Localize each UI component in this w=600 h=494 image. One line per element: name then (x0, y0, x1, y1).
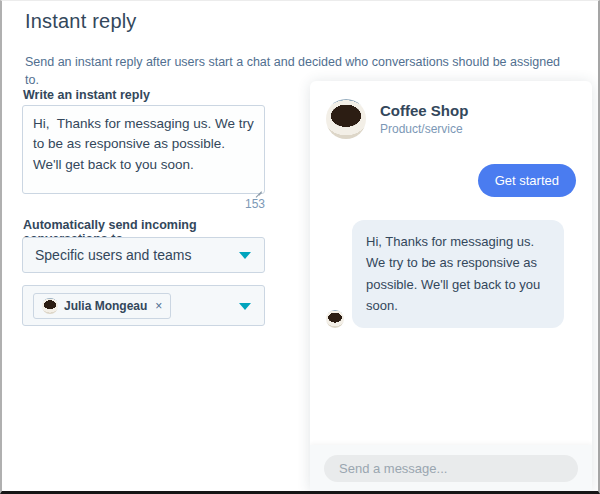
remove-icon[interactable]: × (153, 299, 162, 313)
send-message-input[interactable] (324, 455, 578, 482)
chat-message-area: Get started Hi, Thanks for messaging us.… (310, 149, 592, 445)
page-title: Instant reply (25, 10, 137, 33)
character-count: 153 (22, 197, 265, 211)
instant-reply-label: Write an instant reply (23, 88, 150, 102)
instant-reply-settings-page: Instant reply Send an instant reply afte… (0, 0, 600, 494)
chevron-down-icon (239, 252, 251, 259)
instant-reply-textarea[interactable]: Hi, Thanks for messaging us. We try to b… (22, 105, 265, 194)
chat-header-text: Coffee Shop Product/service (380, 102, 468, 136)
assignee-chip: Julia Mongeau × (33, 293, 171, 319)
agent-message-bubble: Hi, Thanks for messaging us. We try to b… (352, 220, 564, 328)
company-type: Product/service (380, 122, 468, 136)
assignee-chip-name: Julia Mongeau (64, 299, 147, 313)
assign-conversations-select[interactable]: Specific users and teams (22, 237, 265, 273)
visitor-message-row: Get started (326, 164, 576, 197)
coffee-shop-avatar (326, 99, 366, 139)
get-started-button[interactable]: Get started (478, 164, 576, 197)
assignee-multiselect[interactable]: Julia Mongeau × (22, 285, 265, 326)
agent-message-row: Hi, Thanks for messaging us. We try to b… (326, 220, 576, 328)
company-name: Coffee Shop (380, 102, 468, 119)
julia-avatar (42, 298, 58, 314)
chat-preview-panel: Coffee Shop Product/service Get started … (310, 81, 592, 491)
chat-header: Coffee Shop Product/service (310, 81, 592, 149)
chevron-down-icon (239, 303, 251, 310)
agent-avatar (326, 310, 344, 328)
assign-select-value: Specific users and teams (35, 247, 191, 263)
chat-footer (310, 445, 592, 491)
